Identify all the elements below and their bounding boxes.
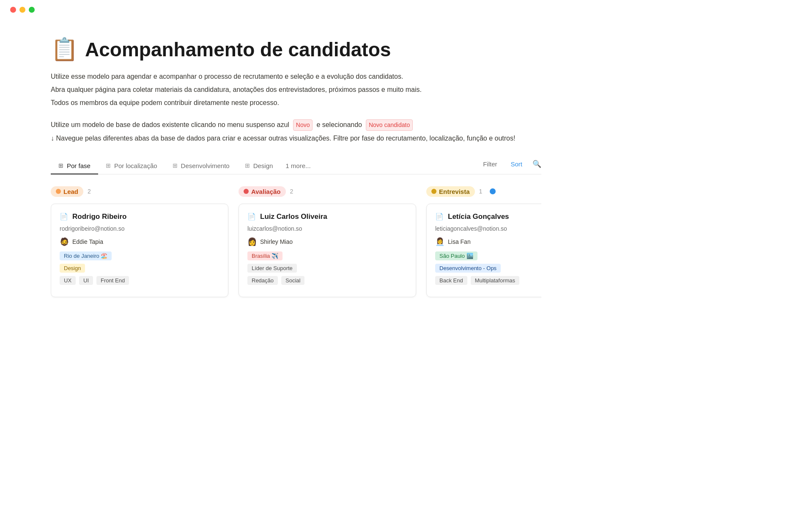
nav-text: ↓ Navegue pelas diferentes abas da base …	[51, 133, 516, 144]
close-button[interactable]	[10, 7, 16, 13]
kanban-board: Lead 2 📄 Rodrigo Ribeiro rodrigoribeiro@…	[51, 186, 541, 303]
doc-icon-leticia: 📄	[435, 213, 444, 221]
card-skill-tags-rodrigo: UX UI Front End	[60, 276, 219, 285]
avatar-luiz: 👩	[247, 237, 257, 246]
tag-role-leticia: Desenvolvimento - Ops	[435, 264, 501, 273]
main-content: 📋 Acompanhamento de candidatos Utilize e…	[0, 19, 592, 320]
card-skill-tags-luiz: Redação Social	[247, 276, 407, 285]
column-label-text-avaliacao: Avaliação	[251, 188, 281, 195]
page-title-row: 📋 Acompanhamento de candidatos	[51, 36, 541, 62]
person-name-luiz: Shirley Miao	[260, 238, 293, 245]
column-lead: Lead 2 📄 Rodrigo Ribeiro rodrigoribeiro@…	[51, 186, 228, 303]
sort-button[interactable]: Sort	[507, 159, 526, 169]
card-role-tags-leticia: Desenvolvimento - Ops	[435, 264, 541, 273]
description-block: Utilize esse modelo para agendar e acomp…	[51, 71, 516, 109]
card-leticia[interactable]: 📄 Letícia Gonçalves leticiagoncalves@not…	[426, 204, 541, 297]
card-email-luiz: luizcarlos@notion.so	[247, 225, 407, 232]
tabs-bar: ⊞ Por fase ⊞ Por localização ⊞ Desenvolv…	[51, 158, 541, 174]
tab-icon-design: ⊞	[245, 162, 250, 169]
dot-lead	[56, 189, 61, 194]
badge-novo-candidato: Novo candidato	[366, 119, 413, 131]
tag-role-luiz: Líder de Suporte	[247, 264, 297, 273]
dot-avaliacao	[244, 189, 249, 194]
inline-text-2: e selecionando	[316, 121, 362, 128]
person-name-leticia: Lisa Fan	[448, 238, 471, 245]
doc-icon-rodrigo: 📄	[60, 213, 68, 221]
column-count-entrevista: 1	[479, 188, 483, 195]
tab-label-por-fase: Por fase	[67, 162, 91, 169]
maximize-button[interactable]	[29, 7, 35, 13]
tab-por-fase[interactable]: ⊞ Por fase	[51, 158, 98, 174]
card-rodrigo[interactable]: 📄 Rodrigo Ribeiro rodrigoribeiro@notion.…	[51, 204, 228, 297]
desc-line-1: Utilize esse modelo para agendar e acomp…	[51, 71, 516, 82]
tab-more[interactable]: 1 more...	[280, 158, 315, 174]
skill-multiplataformas: Multiplataformas	[471, 276, 519, 285]
tab-por-localizacao[interactable]: ⊞ Por localização	[98, 158, 165, 174]
tag-location-leticia: São Paulo 🏙️	[435, 251, 477, 260]
tag-location-rodrigo: Rio de Janeiro 🏖️	[60, 251, 112, 260]
doc-icon-luiz: 📄	[247, 213, 256, 221]
tab-icon-desenvolvimento: ⊞	[173, 162, 178, 169]
skill-social: Social	[281, 276, 304, 285]
inline-text-1: Utilize um modelo de base de dados exist…	[51, 121, 289, 128]
search-icon[interactable]: 🔍	[532, 160, 541, 168]
desc-line-2: Abra qualquer página para coletar materi…	[51, 84, 516, 95]
column-badge-entrevista: Entrevista	[426, 186, 475, 197]
tabs-right: Filter Sort 🔍	[480, 159, 541, 173]
inline-text: Utilize um modelo de base de dados exist…	[51, 119, 516, 131]
card-name-rodrigo: Rodrigo Ribeiro	[72, 213, 126, 221]
right-indicator	[490, 188, 496, 194]
column-label-text-lead: Lead	[63, 188, 78, 195]
card-name-row-leticia: 📄 Letícia Gonçalves	[435, 213, 541, 221]
tab-desenvolvimento[interactable]: ⊞ Desenvolvimento	[165, 158, 237, 174]
card-tags-leticia: São Paulo 🏙️	[435, 251, 541, 260]
page-emoji: 📋	[51, 36, 78, 62]
card-skill-tags-leticia: Back End Multiplataformas	[435, 276, 541, 285]
column-entrevista: Entrevista 1 📄 Letícia Gonçalves leticia…	[426, 186, 541, 303]
column-header-entrevista: Entrevista 1	[426, 186, 541, 197]
desc-line-3: Todos os membros da equipe podem contrib…	[51, 97, 516, 108]
tabs-left: ⊞ Por fase ⊞ Por localização ⊞ Desenvolv…	[51, 158, 480, 174]
card-name-row-rodrigo: 📄 Rodrigo Ribeiro	[60, 213, 219, 221]
card-name-leticia: Letícia Gonçalves	[448, 213, 509, 221]
card-luiz[interactable]: 📄 Luiz Carlos Oliveira luizcarlos@notion…	[239, 204, 416, 297]
card-person-rodrigo: 🧔 Eddie Tapia	[60, 237, 219, 246]
page-title: Acompanhamento de candidatos	[85, 38, 391, 61]
skill-redacao: Redação	[247, 276, 278, 285]
skill-ui: UI	[79, 276, 93, 285]
titlebar	[0, 0, 812, 19]
card-email-rodrigo: rodrigoribeiro@notion.so	[60, 225, 219, 232]
skill-ux: UX	[60, 276, 76, 285]
avatar-leticia: 👩‍💼	[435, 237, 444, 246]
column-badge-lead: Lead	[51, 186, 83, 197]
card-tags-luiz: Brasília ✈️	[247, 251, 407, 260]
card-person-leticia: 👩‍💼 Lisa Fan	[435, 237, 541, 246]
column-avaliacao: Avaliação 2 📄 Luiz Carlos Oliveira luizc…	[239, 186, 416, 303]
minimize-button[interactable]	[19, 7, 25, 13]
card-email-leticia: leticiagoncalves@notion.so	[435, 225, 541, 232]
tab-icon-por-localizacao: ⊞	[106, 162, 111, 169]
column-badge-avaliacao: Avaliação	[239, 186, 286, 197]
card-person-luiz: 👩 Shirley Miao	[247, 237, 407, 246]
inline-instruction: Utilize um modelo de base de dados exist…	[51, 119, 516, 144]
skill-frontend: Front End	[96, 276, 129, 285]
card-tags-rodrigo: Rio de Janeiro 🏖️	[60, 251, 219, 260]
column-header-avaliacao: Avaliação 2	[239, 186, 416, 197]
tab-design[interactable]: ⊞ Design	[237, 158, 281, 174]
card-name-luiz: Luiz Carlos Oliveira	[260, 213, 327, 221]
card-role-tags-luiz: Líder de Suporte	[247, 264, 407, 273]
column-count-lead: 2	[88, 188, 91, 195]
tab-icon-por-fase: ⊞	[58, 162, 63, 169]
skill-backend: Back End	[435, 276, 467, 285]
tag-role-rodrigo: Design	[60, 264, 85, 273]
dot-entrevista	[431, 189, 436, 194]
column-header-lead: Lead 2	[51, 186, 228, 197]
tag-location-luiz: Brasília ✈️	[247, 251, 283, 260]
badge-novo: Novo	[293, 119, 313, 131]
filter-button[interactable]: Filter	[480, 159, 500, 169]
card-name-row-luiz: 📄 Luiz Carlos Oliveira	[247, 213, 407, 221]
tab-label-desenvolvimento: Desenvolvimento	[181, 162, 230, 169]
avatar-rodrigo: 🧔	[60, 237, 69, 246]
column-label-text-entrevista: Entrevista	[439, 188, 470, 195]
column-count-avaliacao: 2	[290, 188, 294, 195]
